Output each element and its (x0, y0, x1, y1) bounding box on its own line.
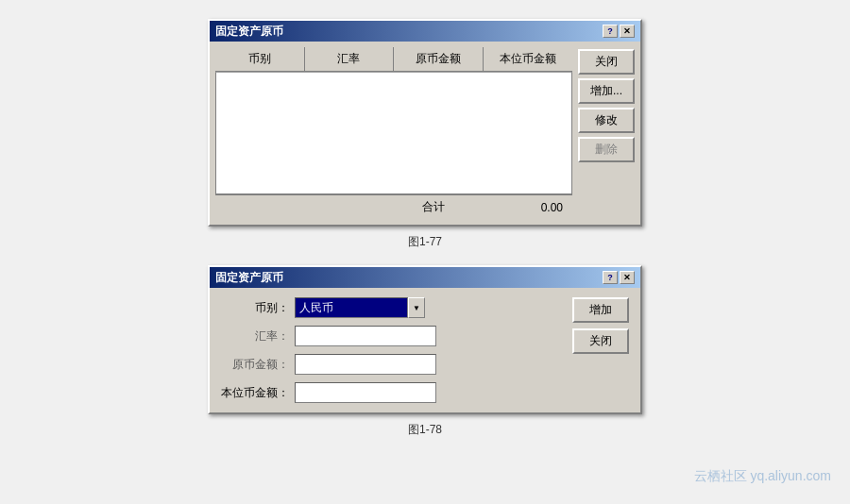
col-header-currency: 币别 (215, 47, 305, 71)
base-input[interactable] (295, 382, 436, 403)
caption1: 图1-77 (408, 234, 442, 250)
footer-label: 合计 (390, 199, 477, 215)
dialog2-titlebar: 固定资产原币 ? ✕ (210, 267, 640, 288)
col-header-base: 本位币金额 (484, 47, 573, 71)
dialog2-help-button[interactable]: ? (603, 271, 618, 284)
amount-row: 原币金额： (221, 354, 563, 375)
currency-select-wrapper: 人民币 ▼ (295, 297, 425, 318)
dialog1-help-button[interactable]: ? (603, 25, 618, 38)
watermark: 云栖社区 yq.aliyun.com (694, 468, 831, 485)
dialog2-close-button[interactable]: ✕ (620, 271, 635, 284)
dialog2-body: 币别： 人民币 ▼ 汇率： 原币金额： 本位币金额： (210, 288, 640, 412)
col-header-original: 原币金额 (394, 47, 484, 71)
table-footer: 合计 0.00 (215, 194, 572, 219)
close-button[interactable]: 关闭 (578, 49, 635, 75)
footer-value: 0.00 (477, 201, 571, 214)
dialog2-titlebar-buttons: ? ✕ (603, 271, 635, 284)
dialog2-close-button[interactable]: 关闭 (572, 328, 629, 354)
base-amount-row: 本位币金额： (221, 382, 563, 403)
dialog2-sidebar: 增加 关闭 (572, 297, 629, 403)
edit-button[interactable]: 修改 (578, 108, 635, 133)
dialog1-titlebar-buttons: ? ✕ (603, 25, 635, 38)
caption2: 图1-78 (408, 422, 442, 438)
table-area[interactable] (215, 72, 572, 194)
currency-select[interactable]: 人民币 (295, 297, 408, 318)
dialog1-sidebar: 关闭 增加... 修改 删除 (578, 47, 635, 219)
dialog1-main: 币别 汇率 原币金额 本位币金额 合计 0.00 (215, 47, 572, 219)
amount-label: 原币金额： (221, 357, 289, 373)
table-header: 币别 汇率 原币金额 本位币金额 (215, 47, 572, 72)
add-button[interactable]: 增加... (578, 78, 635, 104)
rate-input[interactable] (295, 326, 436, 346)
delete-button[interactable]: 删除 (578, 137, 635, 162)
select-arrow-icon[interactable]: ▼ (408, 297, 425, 318)
col-header-rate: 汇率 (305, 47, 395, 71)
dialog2: 固定资产原币 ? ✕ 币别： 人民币 ▼ 汇率： (208, 265, 642, 414)
rate-label: 汇率： (221, 328, 289, 344)
dialog2-title: 固定资产原币 (215, 270, 283, 286)
currency-row: 币别： 人民币 ▼ (221, 297, 563, 318)
currency-label: 币别： (221, 300, 289, 316)
amount-input[interactable] (295, 354, 436, 375)
rate-row: 汇率： (221, 326, 563, 346)
base-label: 本位币金额： (221, 385, 289, 401)
dialog1: 固定资产原币 ? ✕ 币别 汇率 原币金额 本位币金额 合计 0.00 (208, 19, 642, 227)
dialog1-close-button[interactable]: ✕ (620, 25, 635, 38)
dialog2-add-button[interactable]: 增加 (572, 297, 629, 323)
dialog1-titlebar: 固定资产原币 ? ✕ (210, 21, 640, 42)
dialog2-form: 币别： 人民币 ▼ 汇率： 原币金额： 本位币金额： (221, 297, 563, 403)
dialog1-title: 固定资产原币 (215, 24, 283, 40)
dialog1-body: 币别 汇率 原币金额 本位币金额 合计 0.00 关闭 增加... 修改 删除 (210, 42, 640, 225)
